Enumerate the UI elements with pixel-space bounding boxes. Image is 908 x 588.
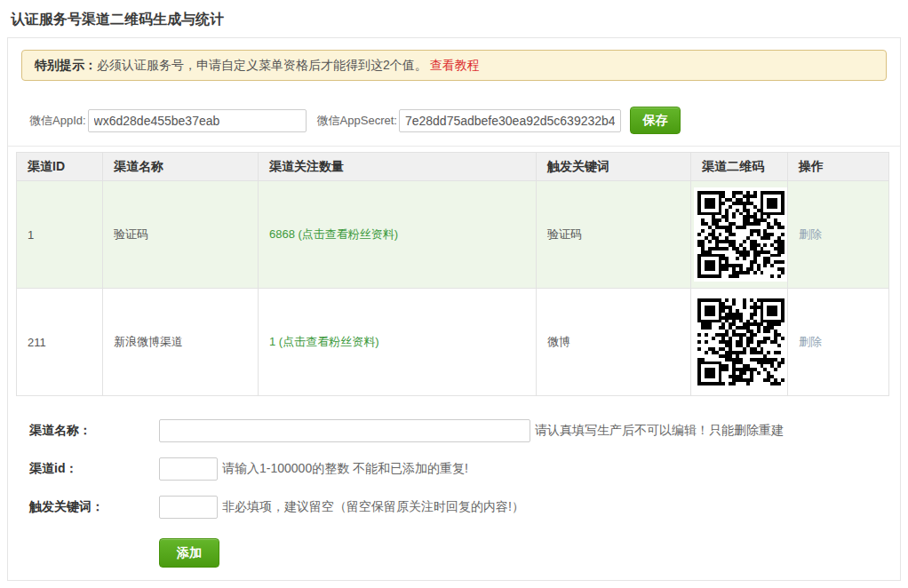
column-header-keyword: 触发关键词 — [537, 153, 691, 181]
channel-name-input[interactable] — [159, 419, 530, 442]
appid-input[interactable] — [88, 109, 307, 132]
channel-name-cell: 验证码 — [103, 181, 259, 289]
keyword-label: 触发关键词： — [29, 499, 159, 515]
save-button[interactable]: 保存 — [630, 107, 681, 134]
section-divider — [8, 146, 900, 147]
channel-name-hint: 请认真填写生产后不可以编辑！只能删除重建 — [535, 423, 784, 439]
keyword-cell: 微博 — [537, 289, 691, 396]
notice-message: 必须认证服务号，申请自定义菜单资格后才能得到这2个值。 — [97, 58, 427, 72]
followers-link[interactable]: 6868 (点击查看粉丝资料) — [269, 227, 398, 241]
channel-id-row: 渠道id： 请输入1-100000的整数 不能和已添加的重复! — [29, 457, 900, 481]
credentials-form: 微信AppId: 微信AppSecret: 保存 — [29, 107, 887, 134]
page-title: 认证服务号渠道二维码生成与统计 — [11, 12, 908, 27]
delete-link[interactable]: 删除 — [799, 227, 822, 241]
add-button[interactable]: 添加 — [159, 538, 219, 568]
channel-id-cell: 1 — [17, 181, 103, 289]
appsecret-input[interactable] — [399, 109, 621, 132]
add-channel-form: 渠道名称： 请认真填写生产后不可以编辑！只能删除重建 渠道id： 请输入1-10… — [29, 419, 900, 568]
channel-name-label: 渠道名称： — [29, 423, 159, 439]
column-header-channel-name: 渠道名称 — [103, 153, 259, 181]
appsecret-label: 微信AppSecret: — [317, 113, 397, 129]
channel-name-row: 渠道名称： 请认真填写生产后不可以编辑！只能删除重建 — [29, 419, 900, 442]
followers-link[interactable]: 1 (点击查看粉丝资料) — [269, 335, 379, 348]
column-header-followers: 渠道关注数量 — [259, 153, 537, 181]
channel-qrcode-image — [694, 295, 788, 389]
notice-prefix: 特别提示： — [35, 58, 97, 72]
appid-label: 微信AppId: — [29, 113, 86, 129]
keyword-hint: 非必填项，建议留空（留空保留原关注时回复的内容!） — [222, 499, 524, 515]
notice-banner: 特别提示：必须认证服务号，申请自定义菜单资格后才能得到这2个值。查看教程 — [21, 50, 887, 81]
column-header-actions: 操作 — [788, 153, 889, 181]
channel-id-input[interactable] — [159, 457, 218, 481]
main-panel: 特别提示：必须认证服务号，申请自定义菜单资格后才能得到这2个值。查看教程 微信A… — [7, 37, 901, 581]
channels-table: 渠道ID 渠道名称 渠道关注数量 触发关键词 渠道二维码 操作 1 验证码 68… — [16, 152, 889, 396]
table-header-row: 渠道ID 渠道名称 渠道关注数量 触发关键词 渠道二维码 操作 — [17, 153, 889, 181]
channel-qrcode-image — [694, 187, 788, 282]
channel-id-hint: 请输入1-100000的整数 不能和已添加的重复! — [222, 461, 468, 477]
tutorial-link[interactable]: 查看教程 — [430, 58, 480, 72]
keyword-row: 触发关键词： 非必填项，建议留空（留空保留原关注时回复的内容!） — [29, 496, 900, 519]
table-row: 1 验证码 6868 (点击查看粉丝资料) 验证码 删除 — [17, 181, 889, 289]
delete-link[interactable]: 删除 — [799, 335, 822, 348]
channel-name-cell: 新浪微博渠道 — [103, 289, 259, 396]
keyword-cell: 验证码 — [537, 181, 691, 289]
channel-id-cell: 211 — [17, 289, 103, 396]
column-header-channel-id: 渠道ID — [17, 153, 103, 181]
channel-id-label: 渠道id： — [29, 461, 159, 477]
column-header-qrcode: 渠道二维码 — [691, 153, 788, 181]
table-row: 211 新浪微博渠道 1 (点击查看粉丝资料) 微博 删除 — [17, 289, 889, 396]
keyword-input[interactable] — [159, 496, 218, 519]
